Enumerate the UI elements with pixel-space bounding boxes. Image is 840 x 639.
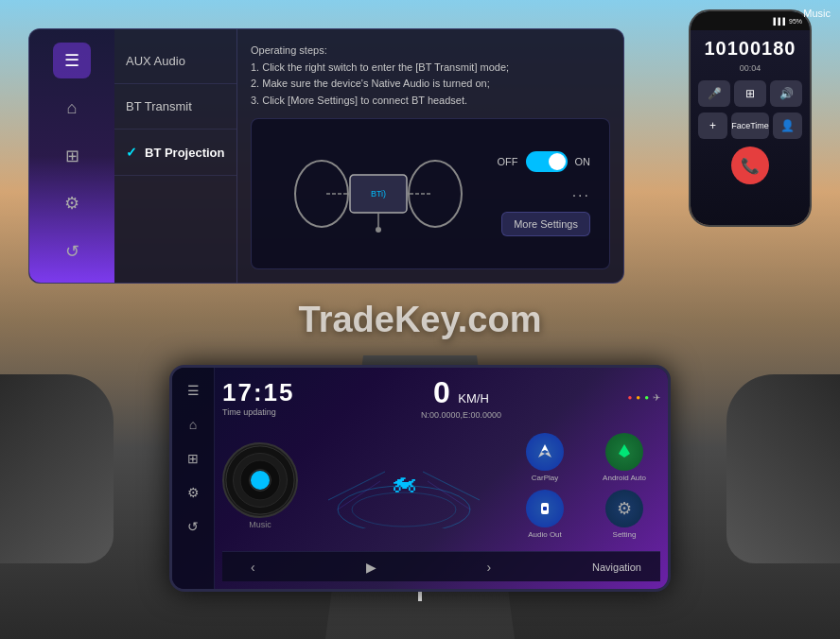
phone-btn-mic[interactable]: 🎤 xyxy=(698,80,730,107)
menu-item-aux-audio[interactable]: AUX Audio xyxy=(114,39,236,84)
carplay-label: CarPlay xyxy=(532,474,558,482)
device-time: 17:15 xyxy=(222,378,295,407)
device-coords: N:00.0000,E:00.0000 xyxy=(305,410,619,420)
airplane-icon: ✈ xyxy=(653,392,660,403)
device-screen: ☰ ⌂ ⊞ ⚙ ↺ 17:15 Time updating 0 KM/H N:0… xyxy=(172,368,668,589)
content-area: Operating steps: 1. Click the right swit… xyxy=(237,29,623,283)
handlebar-right xyxy=(726,374,840,563)
bt-projection-label: BT Projection xyxy=(145,146,225,160)
phone-btn-add[interactable]: + xyxy=(698,112,727,139)
sidebar: ☰ ⌂ ⊞ ⚙ ↺ xyxy=(29,29,114,283)
device-app-android[interactable]: Android Auto xyxy=(588,433,660,482)
device-sidebar: ☰ ⌂ ⊞ ⚙ ↺ xyxy=(172,368,215,589)
music-label-top: Music xyxy=(803,8,831,19)
phone-status-bar: ▐▐▐ 95% xyxy=(691,11,810,30)
phone-btn-keypad[interactable]: ⊞ xyxy=(734,80,766,107)
music-label: Music xyxy=(249,520,271,529)
instruction-step3: 3. Click [More Settings] to connect BT h… xyxy=(251,93,610,110)
menu-item-bt-transmit[interactable]: BT Transmit xyxy=(114,84,236,130)
instructions: Operating steps: 1. Click the right swit… xyxy=(251,43,610,109)
setting-label: Setting xyxy=(613,530,637,539)
instruction-step2: 2. Make sure the device's Native Audio i… xyxy=(251,76,610,93)
svg-text:BTi): BTi) xyxy=(371,189,386,199)
device-sidebar-refresh[interactable]: ↺ xyxy=(180,513,206,540)
phone-buttons-row1: 🎤 ⊞ 🔊 xyxy=(691,80,810,107)
status-dot-2: ● xyxy=(636,393,640,402)
svg-point-12 xyxy=(254,475,265,485)
menu-item-bt-projection[interactable]: ✓ BT Projection xyxy=(114,130,236,176)
moto-graphic: 🏍 xyxy=(306,443,501,528)
handlebar-left xyxy=(0,374,114,563)
sidebar-icon-menu[interactable]: ☰ xyxy=(53,43,91,78)
audio-label: Audio Out xyxy=(528,530,562,539)
svg-line-16 xyxy=(328,472,385,500)
carplay-logo xyxy=(534,440,556,463)
svg-text:🏍: 🏍 xyxy=(391,467,417,496)
phone-btn-facetime[interactable]: FaceTime xyxy=(731,112,769,139)
device-status-icons: ● ● ● ✈ xyxy=(627,392,660,403)
device-main: 17:15 Time updating 0 KM/H N:00.0000,E:0… xyxy=(215,368,668,589)
svg-line-17 xyxy=(423,472,480,500)
phone-caller-id: 10100180 xyxy=(691,30,810,63)
android-label: Android Auto xyxy=(603,474,646,482)
audio-icon xyxy=(526,490,564,527)
android-logo xyxy=(613,440,636,463)
device-sidebar-settings[interactable]: ⚙ xyxy=(180,479,206,506)
menu-items: AUX Audio BT Transmit ✓ BT Projection xyxy=(114,29,237,283)
toggle-row: OFF ON xyxy=(498,151,591,172)
device-sidebar-menu[interactable]: ☰ xyxy=(180,377,206,404)
top-panel: ☰ ⌂ ⊞ ⚙ ↺ AUX Audio BT Transmit ✓ BT Pro… xyxy=(28,28,624,284)
device-sidebar-grid[interactable]: ⊞ xyxy=(180,445,206,472)
nav-label: Navigation xyxy=(592,561,641,573)
device-middle: Music 🏍 xyxy=(222,423,660,547)
device-diagram: BTi) xyxy=(271,147,486,241)
device-header: 17:15 Time updating 0 KM/H N:00.0000,E:0… xyxy=(222,375,660,420)
svg-rect-23 xyxy=(543,507,547,510)
device-app-carplay[interactable]: CarPlay xyxy=(509,433,581,482)
nav-prev-button[interactable]: ‹ xyxy=(241,556,265,579)
dashboard-diagram-svg: BTi) xyxy=(293,147,464,241)
device-speed-unit: KM/H xyxy=(458,391,489,406)
music-disc xyxy=(222,442,298,518)
svg-point-13 xyxy=(258,478,262,482)
diagram-area: BTi) OFF ON xyxy=(251,118,610,269)
device-speed-area: 0 KM/H N:00.0000,E:00.0000 xyxy=(305,375,619,420)
sidebar-icon-refresh[interactable]: ↺ xyxy=(53,233,91,269)
check-icon: ✓ xyxy=(126,145,137,160)
svg-point-10 xyxy=(240,460,280,500)
toggle-area: OFF ON ... More Settings xyxy=(486,151,590,236)
device-app-setting[interactable]: ⚙ Setting xyxy=(588,490,660,539)
sidebar-icon-settings[interactable]: ⚙ xyxy=(53,185,91,221)
device-apps-grid: CarPlay Android Auto xyxy=(509,433,660,539)
bottom-device: ☰ ⌂ ⊞ ⚙ ↺ 17:15 Time updating 0 KM/H N:0… xyxy=(169,365,671,592)
status-dot-3: ● xyxy=(644,393,649,402)
toggle-off-label: OFF xyxy=(498,156,518,167)
svg-point-11 xyxy=(250,469,271,491)
phone-btn-contact[interactable]: 👤 xyxy=(773,112,802,139)
phone-battery: 95% xyxy=(789,18,802,25)
phone-buttons-row2: + FaceTime 👤 xyxy=(691,112,810,139)
more-settings-button[interactable]: More Settings xyxy=(501,212,590,236)
moto-glow-svg: 🏍 xyxy=(328,443,480,528)
aux-audio-label: AUX Audio xyxy=(126,54,185,68)
phone-btn-speaker[interactable]: 🔊 xyxy=(770,80,802,107)
nav-next-button[interactable]: › xyxy=(477,556,500,579)
sidebar-icon-home[interactable]: ⌂ xyxy=(53,90,91,126)
svg-marker-21 xyxy=(619,444,630,458)
device-speed-row: 0 KM/H xyxy=(305,375,619,410)
sidebar-icon-grid[interactable]: ⊞ xyxy=(53,138,91,174)
phone-signal: ▐▐▐ xyxy=(771,18,785,25)
toggle-knob xyxy=(549,153,566,170)
device-bottom-bar: ‹ ▶ › Navigation xyxy=(222,551,660,581)
device-time-area: 17:15 Time updating xyxy=(222,378,295,417)
phone-frame: ▐▐▐ 95% 10100180 00:04 🎤 ⊞ 🔊 + FaceTime … xyxy=(689,9,812,227)
setting-icon: ⚙ xyxy=(605,490,643,527)
phone-end-call-button[interactable]: 📞 xyxy=(731,147,769,184)
device-sidebar-home[interactable]: ⌂ xyxy=(180,411,206,438)
toggle-switch[interactable] xyxy=(526,151,568,172)
phone-screen: ▐▐▐ 95% 10100180 00:04 🎤 ⊞ 🔊 + FaceTime … xyxy=(691,11,810,225)
device-time-updating: Time updating xyxy=(222,407,295,417)
phone-container: ▐▐▐ 95% 10100180 00:04 🎤 ⊞ 🔊 + FaceTime … xyxy=(689,9,821,236)
device-app-audio[interactable]: Audio Out xyxy=(509,490,581,539)
nav-play-button[interactable]: ▶ xyxy=(357,556,386,579)
